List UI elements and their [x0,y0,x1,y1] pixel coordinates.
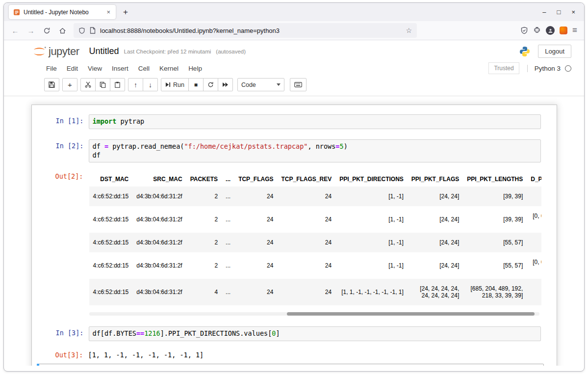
run-button[interactable]: Run [161,78,189,91]
table-cell: [39, 39] [463,206,527,233]
browser-tab[interactable]: Untitled - Jupyter Notebo × [9,5,116,19]
table-cell: [] [527,233,541,252]
restart-run-all-button[interactable] [218,78,233,91]
window-controls: – □ × [542,8,581,16]
trusted-badge: Trusted [488,62,519,74]
code-cell-2: In [2]: df = pytrap.read_nemea("f:/home/… [37,136,544,166]
table-cell: 24 [234,206,277,233]
logout-button[interactable]: Logout [538,45,571,58]
keyboard-icon [294,82,302,87]
extension-fox-icon[interactable] [560,27,567,34]
run-icon [165,82,171,87]
empty-code-cell[interactable]: In [ ]: [37,364,544,366]
table-cell: 24 [277,206,335,233]
table-cell: [24, 24] [408,252,463,279]
scrollbar-thumb[interactable] [287,312,535,316]
menu-file[interactable]: File [41,63,62,74]
table-cell: [55, 57] [463,233,527,252]
save-button[interactable] [44,78,59,91]
kernel-indicator: Python 3 [527,65,571,72]
table-cell: 24 [234,279,277,305]
table-cell: [24, 24, 24, 24, 24, 24, 24, 24] [408,279,463,305]
dataframe-table: DST_MACSRC_MACPACKETS...TCP_FLAGSTCP_FLA… [89,172,541,305]
paste-button[interactable] [110,78,125,91]
table-cell: 24 [234,233,277,252]
table-cell: ... [222,206,234,233]
jupyter-logo[interactable]: jupyter [31,45,79,58]
output-cell-3: Out[3]: [1, 1, -1, -1, -1, -1, -1, 1] [37,348,544,359]
table-header-cell: PACKETS [186,172,222,187]
cell-type-value: Code [241,81,256,88]
table-cell: [1, -1] [335,252,408,279]
menu-cell[interactable]: Cell [133,63,154,74]
table-cell: ... [222,187,234,206]
horizontal-scrollbar[interactable] [89,312,539,316]
extensions-icon[interactable] [533,27,541,34]
notebook-toolbar: + ↑ ↓ Run ■ [4,76,584,96]
table-cell: [1, -1] [335,187,408,206]
output-text: [1, 1, -1, -1, -1, -1, -1, 1] [88,348,204,359]
output-cell-2: Out[2]: DST_MACSRC_MACPACKETS...TCP_FLAG… [37,170,544,319]
code-input[interactable]: import pytrap [89,114,541,129]
table-cell: [39, 39] [463,187,527,206]
table-cell: 2 [186,233,222,252]
shield-icon[interactable] [78,27,85,34]
menu-edit[interactable]: Edit [62,63,83,74]
reload-icon[interactable] [39,24,54,37]
table-cell: [] [527,187,541,206]
maximize-button[interactable]: □ [557,8,561,16]
browser-window: Untitled - Jupyter Notebo × + – □ × ← → … [3,2,585,372]
code-cell-3: In [3]: df[df.BYTES==1216].PPI_PKT_DIREC… [37,323,544,344]
move-up-button[interactable]: ↑ [128,78,143,91]
notebook-title[interactable]: Untitled [89,46,119,56]
add-cell-button[interactable]: + [62,78,77,91]
cut-button[interactable] [80,78,96,91]
code-input[interactable]: df[df.BYTES==1216].PPI_PKT_DIRECTIONS.va… [89,326,541,341]
checkpoint-text: Last Checkpoint: před 12 minutami [124,49,211,54]
profile-avatar-icon[interactable] [546,26,555,35]
forward-icon[interactable]: → [24,24,38,37]
new-tab-button[interactable]: + [118,6,133,18]
menu-help[interactable]: Help [183,63,207,74]
home-icon[interactable] [55,24,70,37]
menu-kernel[interactable]: Kernel [154,63,183,74]
copy-icon [100,81,106,88]
table-cell: 24 [277,233,335,252]
table-cell: [24, 24] [408,206,463,233]
code-input[interactable]: df = pytrap.read_nemea("f:/home/cejkat/p… [89,139,541,163]
minimize-button[interactable]: – [542,8,546,16]
output-prompt: Out[3]: [39,348,88,359]
protections-shield-icon[interactable] [520,27,528,34]
copy-button[interactable] [95,78,110,91]
menu-bar: File Edit View Insert Cell Kernel Help T… [4,61,584,76]
table-header-cell: PPI_PKT_FLAGS [408,172,463,187]
paste-icon [114,81,121,88]
table-cell: [685, 204, 489, 192, 218, 33, 39, 39] [463,279,527,305]
app-menu-icon[interactable]: ≡ [572,24,577,37]
table-cell: 24 [277,187,335,206]
menu-view[interactable]: View [83,63,107,74]
menu-insert[interactable]: Insert [107,63,133,74]
table-cell: 2 [186,252,222,279]
back-icon[interactable]: ← [8,24,23,37]
tab-close-icon[interactable]: × [105,8,111,16]
table-row: 4:c6:52:dd:15d4:3b:04:6d:31:2f2...2424[1… [89,252,541,279]
url-bar[interactable]: localhost:8888/notebooks/Untitled.ipynb?… [74,23,417,38]
table-cell: 4 [186,279,222,305]
code-cell-1: In [1]: import pytrap [37,111,544,132]
table-cell: 2 [186,187,222,206]
restart-kernel-button[interactable] [203,78,218,91]
table-cell: [0, 0, 0, 0, 0, 0, 0, 0] [527,206,541,233]
table-cell: ... [222,279,234,305]
table-cell: [0, 0, 0, 0, 0, 0, 0, 0] [527,252,541,279]
move-down-button[interactable]: ↓ [143,78,158,91]
table-cell: [1, -1] [335,206,408,233]
table-header-cell: TCP_FLAGS_REV [277,172,335,187]
cell-type-select[interactable]: Code [237,78,284,91]
page-icon[interactable] [90,27,96,34]
bookmark-star-icon[interactable]: ☆ [406,27,412,34]
interrupt-kernel-button[interactable]: ■ [188,78,204,91]
url-text[interactable]: localhost:8888/notebooks/Untitled.ipynb?… [100,27,401,34]
command-palette-button[interactable] [290,78,307,91]
close-button[interactable]: × [571,8,575,16]
